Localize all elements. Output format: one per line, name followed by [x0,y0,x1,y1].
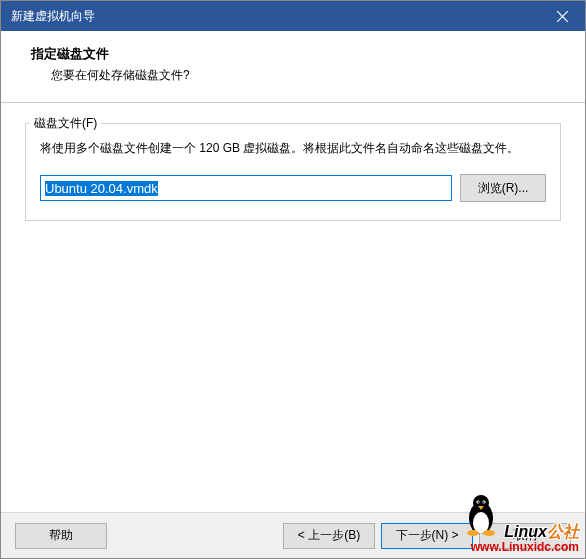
svg-point-5 [476,501,479,504]
page-title: 指定磁盘文件 [31,45,565,63]
browse-button[interactable]: 浏览(R)... [460,174,546,202]
close-icon [557,11,568,22]
file-row: Ubuntu 20.04.vmdk 浏览(R)... [40,174,546,202]
svg-point-6 [482,501,485,504]
page-subtitle: 您要在何处存储磁盘文件? [51,67,565,84]
svg-point-4 [473,495,489,511]
disk-file-input[interactable]: Ubuntu 20.04.vmdk [40,175,452,201]
disk-file-group: 磁盘文件(F) 将使用多个磁盘文件创建一个 120 GB 虚拟磁盘。将根据此文件… [25,123,561,221]
group-description: 将使用多个磁盘文件创建一个 120 GB 虚拟磁盘。将根据此文件名自动命名这些磁… [40,138,546,158]
group-legend: 磁盘文件(F) [30,115,101,132]
close-button[interactable] [540,1,585,31]
wizard-header: 指定磁盘文件 您要在何处存储磁盘文件? [1,31,585,103]
window-title: 新建虚拟机向导 [11,8,95,25]
titlebar: 新建虚拟机向导 [1,1,585,31]
next-button[interactable]: 下一步(N) > [381,523,473,549]
disk-file-value: Ubuntu 20.04.vmdk [45,181,158,196]
back-button[interactable]: < 上一步(B) [283,523,375,549]
svg-point-8 [483,502,485,504]
content-area: 磁盘文件(F) 将使用多个磁盘文件创建一个 120 GB 虚拟磁盘。将根据此文件… [1,103,585,221]
svg-point-7 [477,502,479,504]
wizard-footer: 帮助 < 上一步(B) 下一步(N) > 取消 [1,512,585,558]
help-button[interactable]: 帮助 [15,523,107,549]
cancel-button[interactable]: 取消 [479,523,571,549]
